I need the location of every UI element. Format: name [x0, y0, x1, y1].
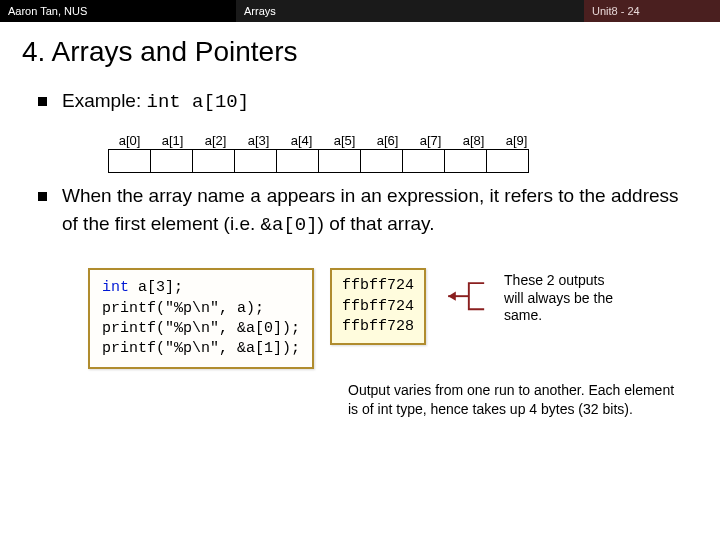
output-l1: ffbff724 — [342, 276, 414, 296]
bullet-example: Example: int a[10] — [38, 78, 692, 126]
array-cell — [360, 149, 403, 173]
side-note: These 2 outputs will always be the same. — [504, 272, 619, 325]
array-cell — [108, 149, 151, 173]
example-row: int a[3]; printf("%p\n", a); printf("%p\… — [88, 268, 692, 369]
array-cell — [444, 149, 487, 173]
author-label: Aaron Tan, NUS — [0, 0, 236, 22]
array-label: a[4] — [280, 132, 323, 150]
footnote: Output varies from one run to another. E… — [348, 381, 678, 417]
slide-body: Example: int a[10] a[0] a[1] a[2] a[3] a… — [0, 74, 720, 418]
slide: Aaron Tan, NUS Arrays Unit8 - 24 4. Arra… — [0, 0, 720, 540]
topic-label: Arrays — [236, 0, 584, 22]
array-cell — [486, 149, 529, 173]
array-cell — [276, 149, 319, 173]
array-label: a[9] — [495, 132, 538, 150]
array-diagram: a[0] a[1] a[2] a[3] a[4] a[5] a[6] a[7] … — [108, 132, 692, 174]
array-cell — [318, 149, 361, 173]
code-l4: printf("%p\n", &a[1]); — [102, 340, 300, 357]
array-label: a[3] — [237, 132, 280, 150]
page-label: Unit8 - 24 — [584, 0, 720, 22]
explain-c1: a — [250, 186, 261, 208]
array-label: a[1] — [151, 132, 194, 150]
code-box: int a[3]; printf("%p\n", a); printf("%p\… — [88, 268, 314, 369]
output-l3: ffbff728 — [342, 317, 414, 337]
code-kw-int: int — [102, 279, 129, 296]
array-label: a[2] — [194, 132, 237, 150]
array-label: a[6] — [366, 132, 409, 150]
bracket-arrow-icon — [442, 274, 488, 326]
array-cells — [108, 149, 692, 173]
bullet-example-code: int a[10] — [146, 91, 249, 113]
array-index-labels: a[0] a[1] a[2] a[3] a[4] a[5] a[6] a[7] … — [108, 132, 692, 150]
top-bar: Aaron Tan, NUS Arrays Unit8 - 24 — [0, 0, 720, 22]
output-l2: ffbff724 — [342, 297, 414, 317]
array-cell — [150, 149, 193, 173]
explain-p3: ) of that array. — [318, 213, 435, 234]
array-label: a[5] — [323, 132, 366, 150]
explain-p1: When the array name — [62, 185, 250, 206]
array-label: a[7] — [409, 132, 452, 150]
bullet-example-lead: Example: — [62, 90, 146, 111]
slide-title: 4. Arrays and Pointers — [0, 22, 720, 74]
array-cell — [234, 149, 277, 173]
array-cell — [192, 149, 235, 173]
code-l3: printf("%p\n", &a[0]); — [102, 320, 300, 337]
code-l2: printf("%p\n", a); — [102, 300, 264, 317]
output-box: ffbff724 ffbff724 ffbff728 — [330, 268, 426, 345]
bullet-explain: When the array name a appears in an expr… — [38, 173, 692, 248]
explain-c2: &a[0] — [261, 214, 318, 236]
array-cell — [402, 149, 445, 173]
array-label: a[8] — [452, 132, 495, 150]
code-l1b: a[3]; — [129, 279, 183, 296]
array-label: a[0] — [108, 132, 151, 150]
